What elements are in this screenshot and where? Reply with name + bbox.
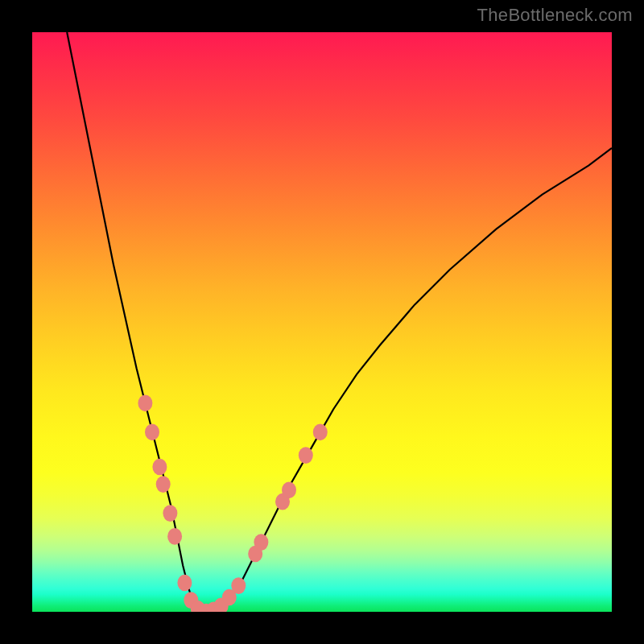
marker-layer <box>138 394 327 612</box>
watermark-text: TheBottleneck.com <box>477 5 633 26</box>
marker-dot <box>163 505 177 522</box>
marker-dot <box>145 423 159 440</box>
chart-svg <box>32 32 612 612</box>
bottleneck-curve <box>67 32 612 612</box>
marker-dot <box>156 476 171 493</box>
marker-dot <box>282 481 296 498</box>
plot-area <box>32 32 612 612</box>
curve-layer <box>67 32 612 612</box>
marker-dot <box>254 534 268 551</box>
chart-frame: TheBottleneck.com <box>0 0 644 644</box>
marker-dot <box>299 447 313 464</box>
marker-dot <box>231 577 246 594</box>
marker-dot <box>152 459 167 476</box>
marker-dot <box>138 394 152 411</box>
marker-dot <box>167 528 182 545</box>
marker-dot <box>177 575 192 592</box>
marker-dot <box>313 423 328 440</box>
